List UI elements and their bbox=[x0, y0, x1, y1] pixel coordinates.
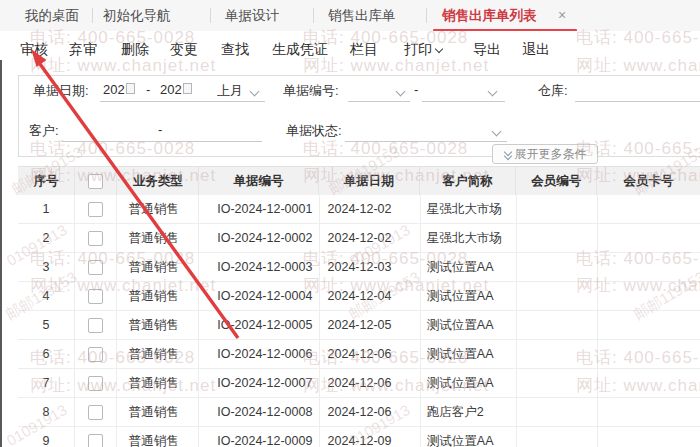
tab-sales-outbound-list[interactable]: 销售出库单列表 bbox=[442, 0, 537, 31]
row-checkbox[interactable] bbox=[88, 376, 103, 391]
header-card-no[interactable]: 会员卡号 bbox=[597, 167, 700, 195]
row-index: 6 bbox=[18, 340, 75, 368]
table-row[interactable]: 4 普通销售 IO-2024-12-0004 2024-12-04 测试位置AA bbox=[18, 282, 700, 311]
row-checkbox-cell bbox=[75, 224, 117, 252]
cell-member-no bbox=[517, 224, 597, 252]
date-from-field[interactable]: 202 bbox=[103, 82, 135, 97]
cell-doc-date: 2024-12-06 bbox=[320, 369, 421, 397]
row-checkbox[interactable] bbox=[88, 405, 103, 420]
cell-business-type: 普通销售 bbox=[117, 224, 199, 252]
row-checkbox[interactable] bbox=[88, 318, 103, 333]
row-checkbox[interactable] bbox=[88, 434, 103, 447]
tab-my-desktop[interactable]: 我的桌面 bbox=[25, 0, 79, 31]
table-row[interactable]: 5 普通销售 IO-2024-12-0005 2024-12-05 测试位置AA bbox=[18, 311, 700, 340]
cell-card-no bbox=[598, 224, 700, 252]
docno-to-underline bbox=[422, 101, 505, 102]
print-button[interactable]: 打印 bbox=[404, 38, 442, 60]
date-filter-label: 单据日期: bbox=[33, 82, 89, 100]
close-tab-icon[interactable]: × bbox=[558, 0, 566, 31]
table-row[interactable]: 9 普通销售 IO-2024-12-0009 2024-12-09 测试位置AA bbox=[18, 427, 700, 447]
find-button[interactable]: 查找 bbox=[221, 38, 249, 60]
row-index: 3 bbox=[18, 253, 75, 281]
cell-card-no bbox=[598, 369, 700, 397]
row-checkbox[interactable] bbox=[88, 289, 103, 304]
cell-doc-date: 2024-12-02 bbox=[320, 195, 421, 223]
table-row[interactable]: 3 普通销售 IO-2024-12-0003 2024-12-03 测试位置AA bbox=[18, 253, 700, 282]
date-to-field[interactable]: 202 bbox=[160, 82, 192, 97]
cell-member-no bbox=[517, 369, 597, 397]
unaudit-button[interactable]: 弃审 bbox=[69, 38, 97, 60]
status-filter-label: 单据状态: bbox=[286, 122, 342, 140]
cell-business-type: 普通销售 bbox=[117, 253, 199, 281]
expand-more-label: 展开更多条件 bbox=[515, 147, 587, 161]
table-row[interactable]: 1 普通销售 IO-2024-12-0001 2024-12-02 星强北大市场 bbox=[18, 195, 700, 224]
cell-card-no bbox=[598, 282, 700, 310]
cell-doc-date: 2024-12-06 bbox=[320, 398, 421, 426]
header-business-type[interactable]: 业务类型 bbox=[117, 167, 199, 195]
row-checkbox-cell bbox=[75, 369, 117, 397]
row-checkbox[interactable] bbox=[88, 231, 103, 246]
header-doc-no[interactable]: 单据编号 bbox=[199, 167, 318, 195]
row-checkbox[interactable] bbox=[88, 347, 103, 362]
cell-card-no bbox=[598, 398, 700, 426]
table-row[interactable]: 8 普通销售 IO-2024-12-0008 2024-12-06 跑店客户2 bbox=[18, 398, 700, 427]
row-index: 4 bbox=[18, 282, 75, 310]
row-checkbox-cell bbox=[75, 253, 117, 281]
cell-card-no bbox=[598, 427, 700, 447]
cell-doc-no: IO-2024-12-0004 bbox=[199, 282, 319, 310]
double-chevron-down-icon bbox=[504, 149, 513, 159]
header-index[interactable]: 序号 bbox=[18, 167, 75, 195]
cell-customer: 测试位置AA bbox=[421, 253, 517, 281]
cell-doc-no: IO-2024-12-0008 bbox=[199, 398, 319, 426]
cell-customer: 测试位置AA bbox=[421, 311, 517, 339]
row-checkbox[interactable] bbox=[88, 202, 103, 217]
row-index: 9 bbox=[18, 427, 75, 447]
row-checkbox-cell bbox=[75, 427, 117, 447]
columns-button[interactable]: 栏目 bbox=[350, 38, 378, 60]
table-row[interactable]: 6 普通销售 IO-2024-12-0006 2024-12-06 测试位置AA bbox=[18, 340, 700, 369]
cell-business-type: 普通销售 bbox=[117, 398, 199, 426]
row-index: 5 bbox=[18, 311, 75, 339]
header-select-all[interactable] bbox=[75, 167, 117, 195]
delete-button[interactable]: 删除 bbox=[121, 38, 149, 60]
tab-sales-outbound[interactable]: 销售出库单 bbox=[328, 0, 396, 31]
cell-card-no bbox=[598, 340, 700, 368]
table-row[interactable]: 2 普通销售 IO-2024-12-0002 2024-12-02 星强北大市场 bbox=[18, 224, 700, 253]
tab-init-navigation[interactable]: 初始化导航 bbox=[103, 0, 171, 31]
row-checkbox[interactable] bbox=[88, 260, 103, 275]
header-customer[interactable]: 客户简称 bbox=[420, 167, 517, 195]
date-preset-dropdown[interactable]: 上月 bbox=[217, 82, 243, 100]
exit-button[interactable]: 退出 bbox=[522, 38, 550, 60]
cell-card-no bbox=[598, 195, 700, 223]
cell-doc-no: IO-2024-12-0009 bbox=[199, 427, 319, 447]
select-all-checkbox[interactable] bbox=[88, 174, 103, 189]
cell-member-no bbox=[517, 427, 597, 447]
table-body: 1 普通销售 IO-2024-12-0001 2024-12-02 星强北大市场… bbox=[18, 195, 700, 447]
table-row[interactable]: 7 普通销售 IO-2024-12-0007 2024-12-06 测试位置AA bbox=[18, 369, 700, 398]
docno-separator: - bbox=[414, 82, 418, 97]
generate-voucher-button[interactable]: 生成凭证 bbox=[272, 38, 328, 60]
change-button[interactable]: 变更 bbox=[170, 38, 198, 60]
tab-doc-design[interactable]: 单据设计 bbox=[225, 0, 279, 31]
cell-customer: 测试位置AA bbox=[421, 369, 517, 397]
row-index: 8 bbox=[18, 398, 75, 426]
cell-member-no bbox=[517, 398, 597, 426]
cell-member-no bbox=[517, 282, 597, 310]
audit-button[interactable]: 审核 bbox=[20, 38, 48, 60]
cell-business-type: 普通销售 bbox=[117, 427, 199, 447]
toolbar: 审核 弃审 删除 变更 查找 生成凭证 栏目 打印 导出 退出 bbox=[0, 31, 700, 73]
cell-doc-no: IO-2024-12-0006 bbox=[199, 340, 319, 368]
row-checkbox-cell bbox=[75, 282, 117, 310]
cell-business-type: 普通销售 bbox=[117, 282, 199, 310]
export-button[interactable]: 导出 bbox=[473, 38, 501, 60]
cell-doc-no: IO-2024-12-0001 bbox=[199, 195, 319, 223]
date-field-underline bbox=[100, 101, 265, 102]
cell-doc-date: 2024-12-02 bbox=[320, 224, 421, 252]
header-doc-date[interactable]: 单据日期 bbox=[319, 167, 420, 195]
expand-more-conditions-button[interactable]: 展开更多条件 bbox=[492, 144, 598, 164]
cell-doc-date: 2024-12-09 bbox=[320, 427, 421, 447]
cell-card-no bbox=[598, 253, 700, 281]
header-member-no[interactable]: 会员编号 bbox=[516, 167, 597, 195]
customer-field[interactable]: - bbox=[158, 122, 162, 137]
row-index: 1 bbox=[18, 195, 75, 223]
